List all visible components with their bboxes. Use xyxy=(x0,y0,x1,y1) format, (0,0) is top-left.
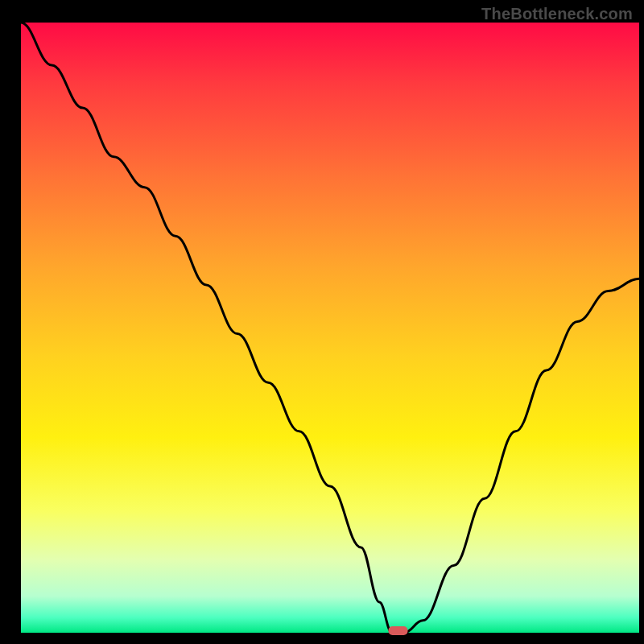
bottleneck-chart: TheBottleneck.com xyxy=(0,0,644,644)
plot-background xyxy=(21,23,639,633)
optimal-marker xyxy=(388,626,407,635)
watermark-text: TheBottleneck.com xyxy=(481,5,633,23)
chart-canvas xyxy=(0,0,644,644)
